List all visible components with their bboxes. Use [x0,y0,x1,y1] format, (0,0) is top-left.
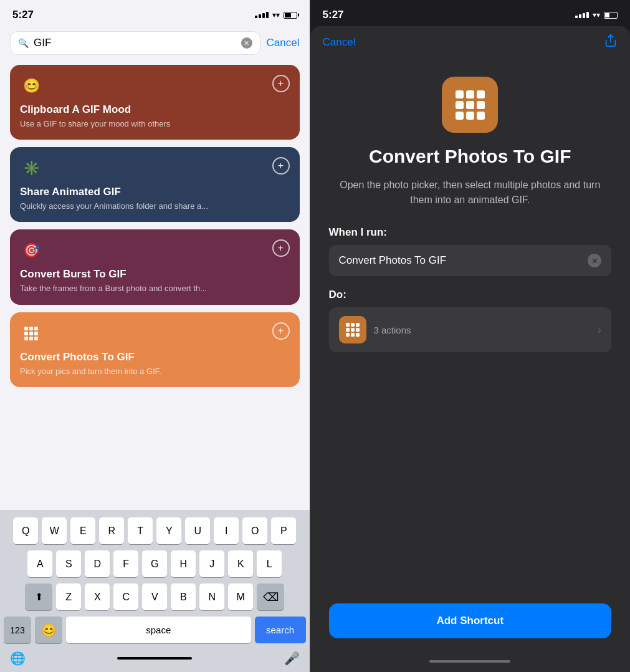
search-icon: 🔍 [18,38,29,48]
chevron-right-icon: › [598,324,601,337]
card-desc-share-gif: Quickly access your Animations folder an… [20,201,290,212]
status-icons-left: ▾▾ [255,11,297,19]
battery-icon [284,12,297,19]
card-title-photos-gif: Convert Photos To GIF [20,351,290,363]
key-v[interactable]: V [142,583,167,610]
shortcuts-list: 😊 + Clipboard A GIF Mood Use a GIF to sh… [0,60,310,392]
do-icon [339,316,366,343]
microphone-icon[interactable]: 🎤 [284,651,300,666]
key-t[interactable]: T [128,517,153,544]
key-o[interactable]: O [242,517,267,544]
add-photos-gif-button[interactable]: + [272,322,290,340]
key-shift[interactable]: ⬆ [25,583,52,610]
card-icon-grid [20,322,42,345]
search-bar-container: 🔍 GIF ✕ Cancel [0,26,310,60]
add-burst-gif-button[interactable]: + [272,239,290,257]
key-y[interactable]: Y [156,517,181,544]
key-p[interactable]: P [271,517,296,544]
clear-when-i-run-button[interactable]: ✕ [588,254,601,267]
key-c[interactable]: C [113,583,138,610]
key-j[interactable]: J [199,550,224,577]
do-row[interactable]: 3 actions › [329,307,611,352]
when-i-run-row[interactable]: Convert Photos To GIF ✕ [329,245,611,276]
battery-icon-right [604,12,618,19]
key-u[interactable]: U [185,517,210,544]
shortcut-card-convert-photos-gif[interactable]: + Convert Photos To GIF Pick your pics a… [10,312,300,387]
key-i[interactable]: I [214,517,239,544]
key-a[interactable]: A [27,550,52,577]
card-icon-emoji: 😊 [20,75,42,97]
key-w[interactable]: W [42,517,67,544]
search-input[interactable]: GIF [34,37,236,49]
key-s[interactable]: S [56,550,81,577]
signal-icon [255,12,269,18]
modal-top-bar: Cancel [310,26,630,58]
home-indicator-left [117,657,192,660]
actions-count: 3 actions [374,325,590,335]
modal-overlay: Cancel [310,26,630,672]
modal-content: Convert Photos To GIF Open the photo pic… [310,58,630,651]
key-e[interactable]: E [70,517,95,544]
do-section: Do: [329,289,611,352]
key-z[interactable]: Z [56,583,81,610]
shortcut-card-share-animated-gif[interactable]: ✳️ + Share Animated GIF Quickly access y… [10,147,300,222]
key-space[interactable]: space [66,617,251,643]
status-icons-right: ▾▾ [575,11,618,19]
modal-cancel-button[interactable]: Cancel [323,36,356,49]
shortcut-description: Open the photo picker, then select multi… [329,178,611,208]
key-m[interactable]: M [228,583,253,610]
key-g[interactable]: G [142,550,167,577]
wifi-icon-right: ▾▾ [593,11,600,19]
key-f[interactable]: F [113,550,138,577]
card-icon-target: 🎯 [20,239,42,262]
key-numbers[interactable]: 123 [4,617,31,643]
key-delete[interactable]: ⌫ [257,583,284,610]
card-desc-burst-gif: Take the frames from a Burst photo and c… [20,283,290,294]
status-time-right: 5:27 [323,9,344,21]
key-n[interactable]: N [199,583,224,610]
search-button[interactable]: search [255,617,306,643]
key-l[interactable]: L [257,550,282,577]
shortcut-app-icon [442,77,498,133]
shortcut-card-convert-burst-gif[interactable]: 🎯 + Convert Burst To GIF Take the frames… [10,229,300,304]
left-panel: 5:27 ▾▾ 🔍 GIF ✕ Cancel [0,0,310,672]
card-desc-clipboard-gif: Use a GIF to share your mood with others [20,118,290,130]
clear-search-button[interactable]: ✕ [241,37,252,49]
card-title-burst-gif: Convert Burst To GIF [20,268,290,281]
key-x[interactable]: X [85,583,110,610]
status-bar-left: 5:27 ▾▾ [0,0,310,26]
home-indicator-right [310,651,630,672]
card-icon-spinner: ✳️ [20,157,42,180]
right-panel: 5:27 ▾▾ Cancel [310,0,630,672]
shortcut-title: Convert Photos To GIF [369,145,571,168]
status-bar-right: 5:27 ▾▾ [310,0,630,26]
wifi-icon: ▾▾ [272,11,280,19]
key-d[interactable]: D [85,550,110,577]
when-i-run-value: Convert Photos To GIF [339,254,447,267]
globe-icon[interactable]: 🌐 [10,651,26,666]
key-h[interactable]: H [171,550,196,577]
add-clipboard-gif-button[interactable]: + [272,75,290,92]
when-i-run-section: When I run: Convert Photos To GIF ✕ [329,226,611,276]
keyboard-row-1: Q W E R T Y U I O P [4,517,306,544]
add-share-gif-button[interactable]: + [272,157,290,175]
key-q[interactable]: Q [13,517,38,544]
key-r[interactable]: R [99,517,124,544]
modal-share-button[interactable] [604,34,618,50]
card-title-clipboard-gif: Clipboard A GIF Mood [20,103,290,116]
add-shortcut-label: Add Shortcut [436,615,504,627]
keyboard-row-3: ⬆ Z X C V B N M ⌫ [4,583,306,610]
add-shortcut-button[interactable]: Add Shortcut [329,603,611,638]
signal-icon-right [575,12,589,18]
cancel-button[interactable]: Cancel [267,37,300,49]
when-i-run-label: When I run: [329,226,611,239]
search-bar[interactable]: 🔍 GIF ✕ [10,31,260,55]
do-label: Do: [329,289,611,301]
key-b[interactable]: B [171,583,196,610]
shortcut-card-clipboard-gif[interactable]: 😊 + Clipboard A GIF Mood Use a GIF to sh… [10,65,300,140]
key-k[interactable]: K [228,550,253,577]
keyboard: Q W E R T Y U I O P A S D F G H J K L ⬆ … [0,510,310,672]
status-time-left: 5:27 [12,9,34,21]
card-desc-photos-gif: Pick your pics and turn them into a GIF. [20,366,290,377]
key-emoji[interactable]: 😊 [35,617,62,643]
